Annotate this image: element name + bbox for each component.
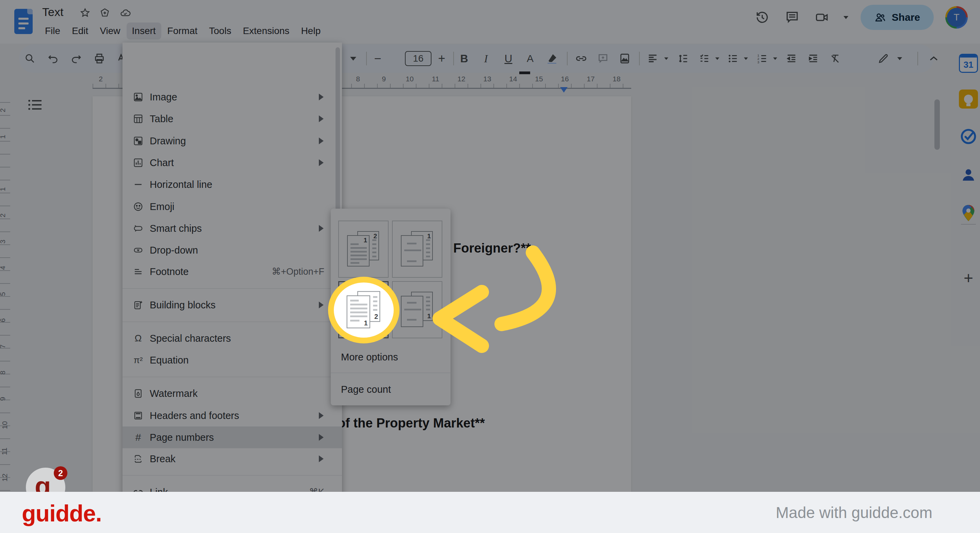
notification-badge: 2 [54,466,67,480]
dim-overlay [0,0,980,492]
made-with-label: Made with guidde.com [776,503,932,522]
spotlight-highlight-circle: 2 1 [328,277,399,344]
guidde-logo-text: guidde. [22,500,102,527]
guidde-footer-bar: guidde. Made with guidde.com [0,492,980,533]
